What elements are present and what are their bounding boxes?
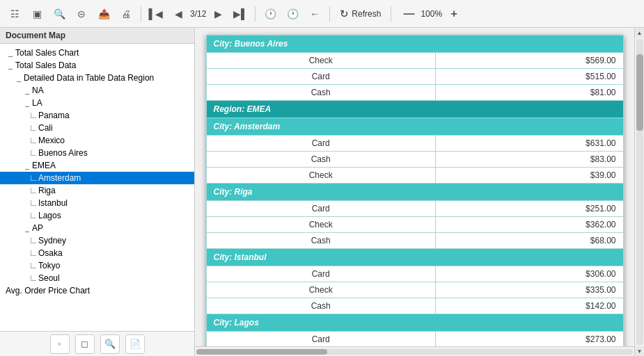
tree-item-emea[interactable]: ⎯ EMEA [0,159,194,172]
search-button[interactable]: 🔍 [49,3,70,24]
tree-item-lagos[interactable]: Lagos [0,209,194,222]
history-button[interactable]: 🕐 [260,3,281,24]
schedule-button[interactable]: 🕐 [282,3,303,24]
h-scrollbar-track[interactable] [196,349,633,355]
tree-label: Cali [38,123,53,133]
city-row-lagos: City: Lagos [206,314,623,332]
h-scrollbar-thumb[interactable] [196,349,327,355]
toggle-panel-button[interactable]: ☷ [4,3,25,24]
panel-header: Document Map [0,28,194,44]
tree-item-seoul[interactable]: Seoul [0,272,194,284]
tree-label: Panama [38,111,70,120]
tree-label: Mexico [38,136,65,145]
data-row: Card $631.00 [206,136,623,152]
doc-scroll[interactable]: City: Buenos Aires Check $569.00 Card $5… [195,28,634,346]
prev-page-button[interactable]: ◀ [168,3,189,24]
tree-line [31,238,36,243]
first-page-button[interactable]: ▌◀ [146,3,166,24]
v-scrollbar-track[interactable] [636,39,643,345]
print-button[interactable]: 🖨 [116,3,136,24]
data-row: Cash $68.00 [206,233,623,249]
view-mode-button[interactable]: ▣ [26,3,47,24]
data-row: Check $362.00 [206,217,623,233]
tree-toggle[interactable]: ⎯ [6,62,15,70]
toolbar: ☷ ▣ 🔍 ⊝ 📤 🖨 ▌◀ ◀ 3/12 ▶ ▶▌ 🕐 🕐 ← ↻ Refre… [0,0,644,28]
tree-item-osaka[interactable]: Osaka [0,247,194,259]
city-label: City: Istanbul [206,249,623,266]
tree-item-sydney[interactable]: Sydney [0,234,194,247]
tree-toggle[interactable]: ⎯ [14,74,24,82]
amount-value: $251.00 [435,201,623,217]
h-scrollbar[interactable] [195,346,634,356]
tree-label: Total Sales Data [15,60,76,70]
separator-1 [141,6,141,22]
v-scrollbar-thumb[interactable] [636,54,643,131]
method-label: Card [206,266,435,282]
tree-toggle[interactable]: ⎯ [22,225,32,232]
export-button[interactable]: 📤 [93,3,114,24]
tree-toggle[interactable]: ⎯ [22,162,32,170]
v-scroll-down-button[interactable]: ▼ [635,346,645,356]
next-page-button[interactable]: ▶ [207,3,228,24]
separator-4 [391,6,391,22]
tree-item-la[interactable]: ⎯ LA [0,97,194,109]
page-info: 3/12 [190,9,206,19]
tree-label: Total Sales Chart [15,48,79,58]
amount-value: $81.00 [435,85,623,101]
data-row: Check $569.00 [206,53,623,69]
tree-item-mexico[interactable]: Mexico [0,134,194,147]
tree-item-na[interactable]: ⎯ NA [0,84,194,97]
panel-btn-1[interactable]: ◦ [50,334,70,354]
main-area: Document Map ⎯ Total Sales Chart ⎯ Total… [0,28,644,356]
tree-item-ap[interactable]: ⎯ AP [0,222,194,234]
tree-toggle[interactable]: ⎯ [22,99,32,107]
method-label: Card [206,201,435,217]
fit-page-button[interactable]: ⊝ [71,3,92,24]
refresh-button[interactable]: ↻ Refresh [334,5,386,23]
tree-area[interactable]: ⎯ Total Sales Chart ⎯ Total Sales Data ⎯… [0,44,194,331]
tree-item-tokyo[interactable]: Tokyo [0,259,194,272]
city-row-riga: City: Riga [206,184,623,201]
tree-toggle[interactable]: ⎯ [6,49,15,57]
tree-label: NA [32,86,44,95]
tree-label: Tokyo [38,261,60,270]
last-page-button[interactable]: ▶▌ [230,3,251,24]
tree-line [31,263,36,268]
tree-item-cali[interactable]: Cali [0,122,194,134]
panel-bottom-toolbar: ◦ ◻ 🔍 📄 [0,331,194,356]
tree-item-total-sales-chart[interactable]: ⎯ Total Sales Chart [0,47,194,59]
panel-btn-2[interactable]: ◻ [75,334,95,354]
tree-line [31,138,36,143]
tree-label: Buenos Aires [38,148,88,158]
city-label: City: Buenos Aires [206,35,623,53]
tree-item-riga[interactable]: Riga [0,184,194,197]
v-scrollbar[interactable]: ▲ ▼ [634,28,644,356]
tree-label: Lagos [38,211,61,220]
zoom-in-button[interactable]: + [443,3,464,24]
tree-item-detailed-data[interactable]: ⎯ Detailed Data in Table Data Region [0,72,194,84]
method-label: Cash [206,152,435,168]
method-label: Card [206,136,435,152]
tree-item-avg-order-price[interactable]: Avg. Order Price Chart [0,284,194,297]
panel-btn-search[interactable]: 🔍 [100,334,120,354]
tree-item-total-sales-data[interactable]: ⎯ Total Sales Data [0,59,194,72]
v-scroll-up-button[interactable]: ▲ [635,28,645,38]
doc-content-area: City: Buenos Aires Check $569.00 Card $5… [195,28,634,356]
refresh-label: Refresh [352,9,381,19]
refresh-icon: ↻ [340,8,349,20]
amount-value: $515.00 [435,69,623,85]
tree-item-panama[interactable]: Panama [0,109,194,122]
back-nav-button[interactable]: ← [304,3,325,24]
tree-label: Osaka [38,248,63,258]
tree-line [31,275,36,281]
tree-item-amsterdam[interactable]: Amsterdam [0,172,194,184]
method-label: Check [206,168,435,184]
tree-item-istanbul[interactable]: Istanbul [0,197,194,209]
tree-item-buenos-aires[interactable]: Buenos Aires [0,147,194,159]
method-label: Check [206,282,435,298]
zoom-out-button[interactable]: — [398,3,419,24]
tree-line [31,188,36,193]
panel-btn-4[interactable]: 📄 [125,334,145,354]
tree-toggle[interactable]: ⎯ [22,87,32,95]
data-row: Check $335.00 [206,282,623,298]
